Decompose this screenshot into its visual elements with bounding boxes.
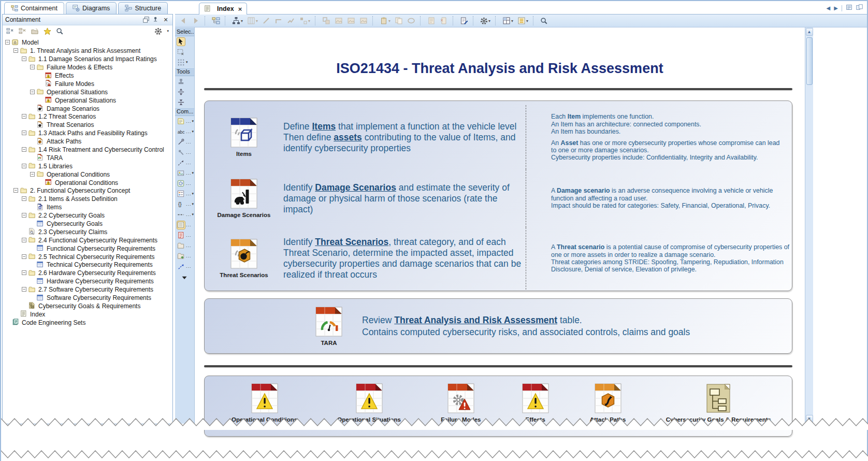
search-button[interactable] <box>539 17 549 25</box>
oval-shape-button[interactable] <box>406 16 416 25</box>
pin-tool[interactable]: ... <box>175 147 194 157</box>
scroll-up-icon[interactable]: ▲ <box>806 28 813 36</box>
tree-item[interactable]: −2. Functional Cybersecurity Concept <box>3 186 172 195</box>
tree-item[interactable]: −Operational Situations <box>3 88 172 96</box>
tree-expander-icon[interactable]: − <box>13 188 18 193</box>
clipboard-button[interactable] <box>426 16 437 25</box>
tree-item[interactable]: Software Cybersecurity Requirements <box>3 294 172 302</box>
note-tool[interactable]: ...▾ <box>175 116 194 126</box>
tree-expander-icon[interactable]: − <box>22 254 26 259</box>
tree-item[interactable]: Threat Scenarios <box>3 121 172 129</box>
big-items-icon[interactable]: Items <box>205 118 283 157</box>
tab-windows-icon[interactable] <box>856 4 863 12</box>
hyperlink[interactable]: Threat Analysis and Risk Assessment <box>394 315 557 325</box>
scrollbar-thumb[interactable] <box>806 37 813 85</box>
tree-expander-icon[interactable]: − <box>30 90 35 94</box>
spread-tool[interactable] <box>175 87 194 97</box>
tree-item[interactable]: −2.1 Items & Assets Definition <box>3 195 172 203</box>
forward-chevron-icon[interactable]: ▶ <box>834 5 838 11</box>
tree-item[interactable]: −2.2 Cybersecurity Goals <box>3 211 172 220</box>
tree-item[interactable]: Operational Conditions <box>3 178 172 186</box>
tree-expander-icon[interactable]: − <box>22 131 26 135</box>
panel-tab-diagrams[interactable]: Diagrams <box>66 2 117 14</box>
tree-item[interactable]: Attack Paths <box>3 137 172 146</box>
tree-item[interactable]: −Operational Conditions <box>3 170 172 178</box>
tree-item[interactable]: −Model <box>3 38 172 47</box>
anchor-tool[interactable]: ... <box>175 137 194 147</box>
forward-arrow-button[interactable] <box>191 16 201 25</box>
tree-item[interactable]: Technical Cybersecurity Requirements <box>3 261 172 269</box>
image-tool[interactable]: ...▾ <box>175 168 194 178</box>
tree-item[interactable]: −2.6 Hardware Cybersecurity Requirements <box>3 269 172 277</box>
dependency-tool[interactable]: ... <box>175 261 194 271</box>
open-diagram-icon[interactable] <box>31 27 39 35</box>
publish-document-button[interactable] <box>459 16 469 25</box>
dashed-arrow-tool[interactable]: ... <box>175 157 194 168</box>
layout-tree-button[interactable]: ▾ <box>231 16 244 25</box>
panel-tab-containment[interactable]: Containment <box>4 2 64 14</box>
big-tara-icon[interactable]: TARA <box>314 307 343 346</box>
tree-item[interactable]: Hardware Cybersecurity Requirements <box>3 277 172 285</box>
snap-button[interactable]: ▾ <box>298 16 311 25</box>
tree-item[interactable]: −1. Threat Analysis and Risk Assessment <box>3 47 172 55</box>
grid-tool[interactable]: ▾ <box>175 57 194 67</box>
tree-expander-icon[interactable]: − <box>30 65 35 69</box>
tree-expander-icon[interactable]: − <box>22 147 26 152</box>
tree-item[interactable]: Cybersecurity Goals & Requirements <box>3 302 172 310</box>
tab-close-icon[interactable]: × <box>238 5 242 13</box>
pointer-tool[interactable] <box>175 36 194 47</box>
tree-expander-icon[interactable]: − <box>5 40 10 45</box>
tree-expander-icon[interactable]: − <box>22 56 26 61</box>
image-shape-button[interactable] <box>334 16 344 25</box>
tree-item[interactable]: −Failure Modes & Effects <box>3 63 172 71</box>
constraint-tool[interactable]: {}...▾ <box>175 199 194 209</box>
problem-doc-tool[interactable]: ... <box>175 230 194 240</box>
tree-item[interactable]: Functional Cybersecurity Requirements <box>3 244 172 252</box>
hyperlink[interactable]: Items <box>312 121 336 132</box>
tree-item[interactable]: 2.3 Cybersecurity Claims <box>3 227 172 236</box>
tree-expander-icon[interactable]: − <box>22 164 26 168</box>
stamp-tool[interactable] <box>175 76 194 87</box>
package-new-tool[interactable]: ... <box>175 251 194 261</box>
hyperlink[interactable]: assets <box>334 132 362 142</box>
back-chevron-icon[interactable]: ◀ <box>827 5 831 11</box>
legend-tool[interactable]: ...▾ <box>175 189 194 199</box>
filter-tree-2-icon[interactable] <box>19 27 26 35</box>
tab-index[interactable]: Index × <box>199 3 247 15</box>
settings-gear-icon[interactable] <box>154 27 162 35</box>
palette-section-header[interactable]: Selec... <box>175 27 194 36</box>
tab-list-icon[interactable] <box>846 4 852 12</box>
smart-shape-tool[interactable]: ... <box>175 178 194 189</box>
grid-view-button[interactable]: ▾ <box>501 16 514 25</box>
clipboard-2-button[interactable] <box>439 16 449 25</box>
tree-item[interactable]: −1.2 Threat Scenarios <box>3 112 172 121</box>
tree-expander-icon[interactable]: − <box>13 48 18 53</box>
tree-item[interactable]: Failure Modes <box>3 79 172 88</box>
same-size-button[interactable] <box>321 16 331 25</box>
tree-expander-icon[interactable]: − <box>30 172 35 177</box>
draw-zigzag-button[interactable] <box>286 16 296 25</box>
hyperlink[interactable]: Damage Scenarios <box>315 182 396 193</box>
palette-section-header[interactable]: Com... <box>175 107 194 116</box>
tree-item[interactable]: Cybersecurity Goals <box>3 220 172 228</box>
tree-item[interactable]: Damage Scenarios <box>3 104 172 112</box>
tree-item[interactable]: −1.3 Attack Paths and Feasibility Rating… <box>3 129 172 137</box>
tree-item[interactable]: −1.1 Damage Scenarios and Impact Ratings <box>3 55 172 63</box>
palette-section-header[interactable]: Tools <box>175 67 194 76</box>
tree-item[interactable]: −2.7 Software Cybersecurity Requirements <box>3 285 172 294</box>
collapse-tool[interactable] <box>175 97 194 107</box>
tree-item[interactable]: TARA <box>3 153 172 162</box>
containment-tree-button[interactable] <box>211 16 221 25</box>
paste-format-button[interactable]: ▾ <box>379 16 392 25</box>
tree-item[interactable]: Items <box>3 203 172 211</box>
draw-corner-button[interactable] <box>273 16 284 25</box>
image-shape-button[interactable] <box>346 16 356 25</box>
close-icon[interactable]: × <box>162 16 170 24</box>
tree-expander-icon[interactable]: − <box>22 287 26 292</box>
filter-tree-icon[interactable] <box>6 27 14 35</box>
tree-expander-icon[interactable]: − <box>22 213 26 218</box>
tree-item[interactable]: Effects <box>3 71 172 80</box>
settings-gear-button[interactable]: ▾ <box>479 17 491 25</box>
favorites-star-icon[interactable] <box>44 27 51 35</box>
palette-scroll-down[interactable] <box>175 275 194 281</box>
